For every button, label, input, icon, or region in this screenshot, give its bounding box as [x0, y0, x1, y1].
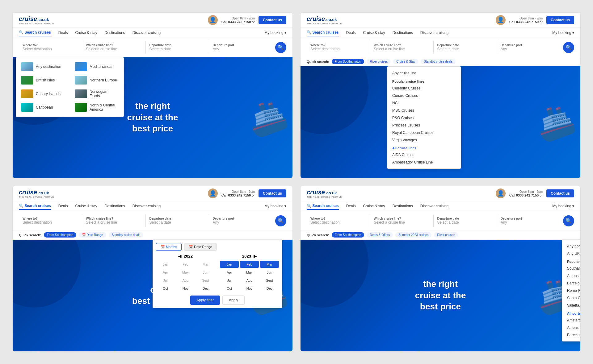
port-barcelona[interactable]: Barcelona, Spain [562, 279, 581, 287]
search-button-3[interactable]: 🔍 [275, 215, 286, 226]
nav-destinations-3[interactable]: Destinations [105, 203, 125, 209]
nav-cruise-stay-4[interactable]: Cruise & stay [363, 203, 385, 209]
month-oct-2023[interactable]: Oct [220, 285, 239, 292]
port-santa-cruz[interactable]: Santa Cruz (Tenerife) [562, 294, 581, 302]
departure-port-field-3[interactable]: Departure port Any [209, 214, 272, 227]
cl-royal-caribbean[interactable]: Royal Caribbean Cruises [387, 129, 461, 136]
contact-button-3[interactable]: Contact us [259, 189, 286, 197]
dest-british-isles[interactable]: British Isles [16, 73, 70, 87]
qs-river-cruises-4[interactable]: River cruises [434, 232, 458, 238]
departure-port-field[interactable]: Departure port Any [209, 41, 272, 54]
nav-deals-2[interactable]: Deals [346, 29, 356, 36]
nav-discover-4[interactable]: Discover cruising [420, 203, 448, 209]
cl-aida[interactable]: AIDA Cruises [387, 151, 461, 159]
nav-deals[interactable]: Deals [58, 29, 68, 36]
nav-deals-4[interactable]: Deals [346, 203, 356, 209]
departure-date-field-4[interactable]: Departure date Select a date [434, 214, 497, 227]
departure-date-field-3[interactable]: Departure date Select a date [146, 214, 209, 227]
nav-search-cruises-4[interactable]: 🔍 Search cruises [307, 202, 339, 210]
dest-canary-islands[interactable]: Canary Islands [16, 87, 70, 101]
date-range-tab[interactable]: 📅 Date Range [184, 243, 217, 251]
cl-ncl[interactable]: NCL [387, 99, 461, 107]
where-to-field-4[interactable]: Where to? Select destination [307, 214, 370, 227]
nav-my-booking[interactable]: My booking ▾ [264, 29, 286, 36]
month-may-2023[interactable]: May [240, 269, 259, 276]
nav-deals-3[interactable]: Deals [58, 203, 68, 209]
cl-any[interactable]: Any cruise line [387, 69, 461, 77]
contact-button-2[interactable]: Contact us [546, 16, 574, 24]
nav-cruise-stay-3[interactable]: Cruise & stay [75, 203, 97, 209]
port-any-uk[interactable]: Any UK port [562, 250, 581, 257]
cl-msc[interactable]: MSC Cruises [387, 107, 461, 114]
qs-standby-2[interactable]: Standby cruise deals [421, 59, 456, 64]
qs-from-southampton-3[interactable]: From Southampton [44, 232, 77, 238]
nav-destinations-2[interactable]: Destinations [393, 29, 413, 36]
dest-mediterranean[interactable]: Mediterranean [70, 60, 124, 73]
month-sept-2023[interactable]: Sept [260, 277, 279, 284]
port-all-title[interactable]: All ports [562, 309, 581, 316]
port-athens[interactable]: Athens (Piraeus) [562, 272, 581, 279]
month-nov-2023[interactable]: Nov [240, 285, 259, 292]
nav-destinations-4[interactable]: Destinations [393, 203, 413, 209]
qs-from-southampton-2[interactable]: From Southampton [332, 59, 364, 64]
month-jun-2023[interactable]: Jun [260, 269, 279, 276]
departure-date-field[interactable]: Departure date Select a date [146, 41, 209, 54]
qs-from-southampton-4[interactable]: From Southampton [332, 232, 364, 238]
month-nov-2022[interactable]: Nov [176, 285, 195, 292]
departure-port-field-2[interactable]: Departure port Any [497, 41, 560, 54]
cruise-line-field-3[interactable]: Which cruise line? Select a cruise line [82, 214, 145, 227]
month-oct-2022[interactable]: Oct [156, 285, 175, 292]
search-button-4[interactable]: 🔍 [563, 215, 574, 226]
apply-button[interactable]: Apply [222, 296, 245, 305]
month-mar-2023[interactable]: Mar [260, 261, 279, 268]
cl-celebrity[interactable]: Celebrity Cruises [387, 85, 461, 92]
where-to-field[interactable]: Where to? Select destination [19, 41, 82, 54]
port-barcelona-all[interactable]: Barcelona, Spain [562, 331, 581, 339]
month-feb-2023[interactable]: Feb [240, 261, 259, 268]
nav-discover-3[interactable]: Discover cruising [132, 203, 161, 209]
port-valletta[interactable]: Valletta, Malta [562, 302, 581, 309]
dest-norwegian-fjords[interactable]: Norwegian Fjords [70, 87, 124, 101]
month-apr-2023[interactable]: Apr [220, 269, 239, 276]
port-southampton[interactable]: Southampton, UK [562, 265, 581, 272]
departure-port-field-4[interactable]: Departure port Any [497, 214, 560, 227]
dest-northern-europe[interactable]: Northern Europe [70, 73, 124, 87]
nav-my-booking-3[interactable]: My booking ▾ [264, 203, 286, 209]
month-aug-2023[interactable]: Aug [240, 277, 259, 284]
port-any[interactable]: Any port [562, 242, 581, 250]
qs-date-range-3[interactable]: 📅 Date Range [79, 232, 106, 238]
month-dec-2023[interactable]: Dec [260, 285, 279, 292]
apply-filter-button[interactable]: Apply filter [190, 296, 220, 305]
nav-search-cruises-3[interactable]: 🔍 Search cruises [19, 202, 51, 210]
contact-button-4[interactable]: Contact us [546, 189, 574, 197]
qs-summer-2023-4[interactable]: Summer 2023 cruises [395, 232, 431, 238]
nav-discover[interactable]: Discover cruising [132, 29, 161, 36]
where-to-field-2[interactable]: Where to? Select destination [307, 41, 370, 54]
departure-date-field-2[interactable]: Departure date Select a date [434, 41, 497, 54]
dest-caribbean[interactable]: Caribbean [16, 101, 70, 114]
nav-my-booking-2[interactable]: My booking ▾ [552, 29, 574, 36]
cruise-line-field-2[interactable]: Which cruise line? Select a cruise line [370, 41, 433, 54]
qs-river-cruises-2[interactable]: River cruises [367, 59, 391, 64]
next-year-icon[interactable]: ▶ [254, 254, 257, 259]
nav-search-cruises[interactable]: 🔍 Search cruises [19, 29, 51, 36]
nav-cruise-stay-2[interactable]: Cruise & stay [363, 29, 385, 36]
qs-standby-3[interactable]: Standby cruise deals [109, 232, 144, 238]
search-button[interactable]: 🔍 [275, 42, 286, 53]
qs-deals-offers-4[interactable]: Deals & Offers [367, 232, 393, 238]
port-rome[interactable]: Rome (Civitavecchia) [562, 287, 581, 294]
dest-north-central-america[interactable]: North & Central America [70, 101, 124, 114]
cl-virgin[interactable]: Virgin Voyages [387, 136, 461, 144]
cl-cunard[interactable]: Cunard Cruises [387, 92, 461, 99]
cl-princess[interactable]: Princess Cruises [387, 122, 461, 129]
nav-my-booking-4[interactable]: My booking ▾ [552, 203, 574, 209]
cruise-line-field-4[interactable]: Which cruise line? Select a cruise line [370, 214, 433, 227]
nav-discover-2[interactable]: Discover cruising [420, 29, 448, 36]
where-to-field-3[interactable]: Where to? Select destination [19, 214, 82, 227]
dest-any[interactable]: Any destination [16, 60, 70, 73]
cl-all-title[interactable]: All cruise lines [387, 144, 461, 151]
month-jul-2023[interactable]: Jul [220, 277, 239, 284]
months-tab[interactable]: 📅 Months [156, 243, 182, 251]
month-jan-2023[interactable]: Jan [220, 261, 239, 268]
cl-po[interactable]: P&O Cruises [387, 114, 461, 122]
